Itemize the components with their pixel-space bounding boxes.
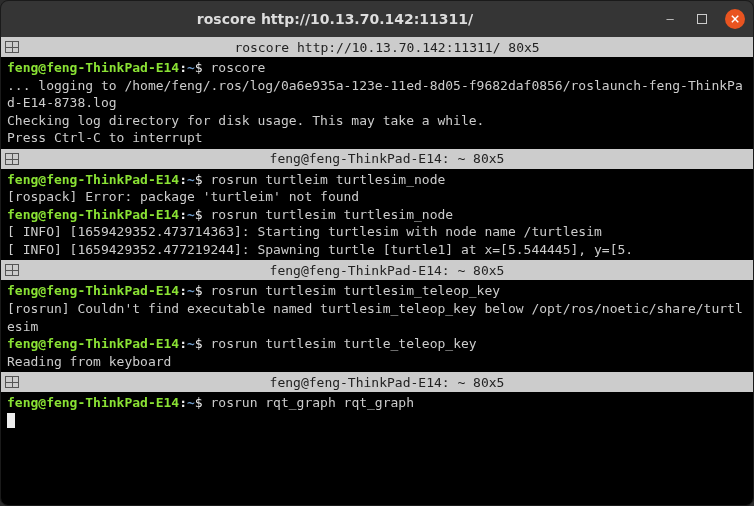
minimize-button[interactable] (661, 10, 679, 28)
pane-title: roscore http://10.13.70.142:11311/ 80x5 (25, 40, 749, 55)
cursor-line (7, 412, 747, 430)
split-pane-icon (5, 153, 19, 165)
command-line: feng@feng-ThinkPad-E14:~$ rosrun turtles… (7, 335, 747, 353)
pane-title: feng@feng-ThinkPad-E14: ~ 80x5 (25, 151, 749, 166)
command-line: feng@feng-ThinkPad-E14:~$ rosrun turtles… (7, 206, 747, 224)
cursor (7, 413, 15, 428)
pane-header[interactable]: feng@feng-ThinkPad-E14: ~ 80x5 (1, 260, 753, 280)
pane-header[interactable]: roscore http://10.13.70.142:11311/ 80x5 (1, 37, 753, 57)
output-line: Reading from keyboard (7, 353, 747, 371)
terminal-area[interactable]: roscore http://10.13.70.142:11311/ 80x5f… (1, 37, 753, 505)
pane-body[interactable]: feng@feng-ThinkPad-E14:~$ rosrun rqt_gra… (1, 392, 753, 431)
maximize-button[interactable] (693, 10, 711, 28)
split-pane-icon (5, 41, 19, 53)
pane-title: feng@feng-ThinkPad-E14: ~ 80x5 (25, 263, 749, 278)
output-line: [ INFO] [1659429352.477219244]: Spawning… (7, 241, 747, 259)
output-line: [rosrun] Couldn't find executable named … (7, 300, 747, 335)
pane-body[interactable]: feng@feng-ThinkPad-E14:~$ roscore... log… (1, 57, 753, 149)
output-line: [rospack] Error: package 'turtleim' not … (7, 188, 747, 206)
pane-header[interactable]: feng@feng-ThinkPad-E14: ~ 80x5 (1, 149, 753, 169)
command-line: feng@feng-ThinkPad-E14:~$ roscore (7, 59, 747, 77)
split-pane-icon (5, 264, 19, 276)
command-line: feng@feng-ThinkPad-E14:~$ rosrun rqt_gra… (7, 394, 747, 412)
command-line: feng@feng-ThinkPad-E14:~$ rosrun turtles… (7, 282, 747, 300)
window-controls (661, 9, 745, 29)
pane-body[interactable]: feng@feng-ThinkPad-E14:~$ rosrun turtles… (1, 280, 753, 372)
pane-body[interactable]: feng@feng-ThinkPad-E14:~$ rosrun turtlei… (1, 169, 753, 261)
pane-header[interactable]: feng@feng-ThinkPad-E14: ~ 80x5 (1, 372, 753, 392)
output-line: [ INFO] [1659429352.473714363]: Starting… (7, 223, 747, 241)
close-button[interactable] (725, 9, 745, 29)
window-title: roscore http://10.13.70.142:11311/ (9, 11, 661, 27)
output-line: Checking log directory for disk usage. T… (7, 112, 747, 130)
window-titlebar: roscore http://10.13.70.142:11311/ (1, 1, 753, 37)
output-line: ... logging to /home/feng/.ros/log/0a6e9… (7, 77, 747, 112)
command-line: feng@feng-ThinkPad-E14:~$ rosrun turtlei… (7, 171, 747, 189)
output-line: Press Ctrl-C to interrupt (7, 129, 747, 147)
pane-title: feng@feng-ThinkPad-E14: ~ 80x5 (25, 375, 749, 390)
split-pane-icon (5, 376, 19, 388)
